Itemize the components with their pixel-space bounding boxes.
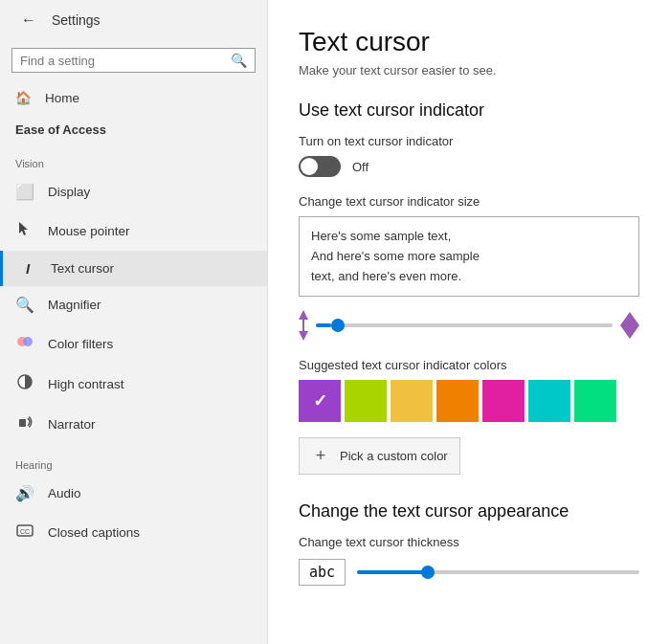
high-contrast-icon xyxy=(15,373,34,394)
sidebar-item-color-filters[interactable]: Color filters xyxy=(0,323,267,364)
color-filters-icon xyxy=(15,333,34,354)
sidebar-item-display[interactable]: ⬜ Display xyxy=(0,173,267,211)
thickness-label: Change text cursor thickness xyxy=(299,535,639,549)
sidebar-item-audio[interactable]: 🔊 Audio xyxy=(0,475,267,512)
cursor-right-indicator xyxy=(620,312,639,339)
sidebar-item-high-contrast[interactable]: High contrast xyxy=(0,364,267,404)
sidebar-item-magnifier[interactable]: 🔍 Magnifier xyxy=(0,286,267,323)
sample-text-line2: And here's some more sample xyxy=(311,247,627,267)
sidebar-label-color-filters: Color filters xyxy=(48,337,113,351)
sidebar-label-audio: Audio xyxy=(48,486,81,500)
indicator-section-heading: Use text cursor indicator xyxy=(299,100,639,121)
sidebar-header: ← Settings xyxy=(0,0,267,40)
audio-icon: 🔊 xyxy=(15,484,34,502)
home-label: Home xyxy=(45,91,79,105)
cursor-line-left xyxy=(302,320,304,331)
color-swatches xyxy=(299,380,639,422)
thickness-thumb[interactable] xyxy=(421,566,435,579)
pick-color-button[interactable]: + Pick a custom color xyxy=(299,437,460,475)
display-icon: ⬜ xyxy=(15,183,34,201)
narrator-icon xyxy=(15,413,34,434)
abc-preview: abc xyxy=(299,559,346,586)
home-icon: 🏠 xyxy=(15,90,32,105)
color-swatch-gold[interactable] xyxy=(391,380,433,422)
toggle-row: Off xyxy=(299,156,639,177)
toggle-state-label: Off xyxy=(352,160,368,174)
cursor-arrow-down-left xyxy=(299,331,308,341)
sidebar-label-mouse-pointer: Mouse pointer xyxy=(48,224,130,238)
sidebar-item-narrator[interactable]: Narrator xyxy=(0,404,267,444)
sample-text-box: Here's some sample text, And here's some… xyxy=(299,216,639,297)
page-title: Text cursor xyxy=(299,27,639,57)
color-swatch-green[interactable] xyxy=(574,380,616,422)
sidebar: ← Settings 🔍 🏠 Home Ease of Access Visio… xyxy=(0,0,268,644)
sidebar-item-mouse-pointer[interactable]: Mouse pointer xyxy=(0,211,267,251)
svg-rect-3 xyxy=(19,419,26,427)
sidebar-label-magnifier: Magnifier xyxy=(48,298,101,312)
back-button[interactable]: ← xyxy=(15,10,42,31)
text-cursor-icon: I xyxy=(18,260,37,277)
size-slider-thumb[interactable] xyxy=(331,319,345,332)
svg-text:CC: CC xyxy=(20,528,30,535)
page-subtitle: Make your text cursor easier to see. xyxy=(299,63,639,78)
vision-section-label: Vision xyxy=(0,143,267,173)
color-swatch-purple[interactable] xyxy=(299,380,341,422)
colors-label: Suggested text cursor indicator colors xyxy=(299,358,639,372)
color-swatch-cyan[interactable] xyxy=(528,380,570,422)
size-slider-track[interactable] xyxy=(316,323,613,327)
search-input[interactable] xyxy=(20,54,231,68)
thickness-slider[interactable] xyxy=(357,570,639,574)
toggle-knob xyxy=(301,158,318,175)
search-icon: 🔍 xyxy=(231,53,247,68)
color-swatch-orange[interactable] xyxy=(436,380,479,422)
size-label: Change text cursor indicator size xyxy=(299,194,639,209)
cursor-diamond-bottom xyxy=(620,325,639,339)
ease-of-access-label: Ease of Access xyxy=(0,115,267,143)
hearing-section-label: Hearing xyxy=(0,444,267,475)
pick-color-label: Pick a custom color xyxy=(340,449,448,463)
magnifier-icon: 🔍 xyxy=(15,296,34,314)
closed-captions-icon: CC xyxy=(15,522,34,543)
sidebar-item-text-cursor[interactable]: I Text cursor xyxy=(0,251,267,286)
sidebar-item-home[interactable]: 🏠 Home xyxy=(0,80,267,115)
sample-text-line3: text, and here's even more. xyxy=(311,267,627,287)
sample-text-line1: Here's some sample text, xyxy=(311,227,627,247)
appearance-section-heading: Change the text cursor appearance xyxy=(299,501,639,522)
svg-point-1 xyxy=(23,337,33,346)
cursor-arrow-up-left xyxy=(299,310,308,320)
sidebar-label-high-contrast: High contrast xyxy=(48,377,124,391)
size-slider-fill xyxy=(316,323,331,327)
size-slider-row xyxy=(299,310,639,341)
thickness-track[interactable] xyxy=(357,570,639,574)
thickness-row: abc xyxy=(299,559,639,586)
sidebar-label-text-cursor: Text cursor xyxy=(51,261,114,276)
plus-icon: + xyxy=(311,446,330,466)
turn-on-label: Turn on text cursor indicator xyxy=(299,134,639,148)
cursor-indicator-toggle[interactable] xyxy=(299,156,341,177)
color-swatch-yellow-green[interactable] xyxy=(345,380,387,422)
color-swatch-magenta[interactable] xyxy=(482,380,525,422)
thickness-fill xyxy=(357,570,428,574)
sidebar-label-narrator: Narrator xyxy=(48,417,96,432)
sidebar-item-closed-captions[interactable]: CC Closed captions xyxy=(0,512,267,552)
cursor-left-indicator xyxy=(299,310,308,341)
sidebar-label-closed-captions: Closed captions xyxy=(48,525,140,540)
mouse-pointer-icon xyxy=(15,220,34,241)
sidebar-label-display: Display xyxy=(48,185,90,199)
main-content: Text cursor Make your text cursor easier… xyxy=(268,0,670,644)
search-box[interactable]: 🔍 xyxy=(11,48,256,73)
settings-title: Settings xyxy=(52,12,100,28)
cursor-diamond-top xyxy=(620,312,639,325)
